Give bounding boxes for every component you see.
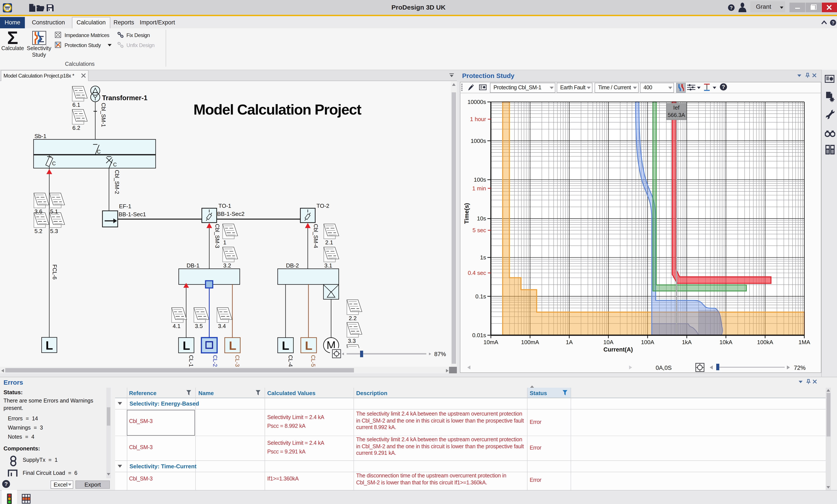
svg-text:3.5: 3.5: [195, 323, 203, 329]
svg-text:5.2: 5.2: [34, 228, 42, 235]
svg-text:EF-1: EF-1: [119, 203, 131, 209]
svg-text:10kA: 10kA: [719, 339, 733, 346]
svg-text:87%: 87%: [434, 351, 446, 357]
svg-text:10mA: 10mA: [483, 339, 498, 346]
svg-text:L: L: [282, 339, 289, 352]
svg-text:10A: 10A: [603, 339, 613, 346]
svg-text:?: ?: [722, 84, 725, 90]
svg-text:C: C: [113, 162, 117, 168]
svg-text:CL-1: CL-1: [188, 355, 194, 367]
svg-text:100s: 100s: [474, 176, 486, 183]
svg-text:1s: 1s: [480, 254, 486, 261]
svg-text:3.2: 3.2: [223, 262, 231, 269]
svg-text:FCL-6: FCL-6: [52, 264, 58, 279]
svg-text:3.1: 3.1: [324, 262, 332, 269]
svg-text:BB-1-Sec1: BB-1-Sec1: [119, 211, 146, 218]
svg-text:0.4 sec: 0.4 sec: [468, 269, 486, 276]
svg-text:L: L: [46, 338, 53, 352]
svg-text:CL-4: CL-4: [287, 355, 293, 367]
svg-text:3.3: 3.3: [348, 338, 356, 344]
svg-text:L: L: [305, 339, 313, 352]
svg-text:?: ?: [832, 20, 835, 25]
svg-text:3.6: 3.6: [34, 208, 42, 215]
svg-text:CL-3: CL-3: [234, 355, 241, 367]
svg-text:Cbl_SM-1: Cbl_SM-1: [101, 103, 107, 127]
svg-text:1 min: 1 min: [472, 185, 486, 192]
svg-text:2.1: 2.1: [325, 239, 333, 246]
svg-text:Cbl_SM-4: Cbl_SM-4: [313, 224, 319, 248]
svg-text:CL-5: CL-5: [310, 355, 316, 367]
svg-text:4.1: 4.1: [173, 323, 180, 329]
svg-text:L: L: [183, 339, 190, 352]
svg-text:Ief: Ief: [673, 104, 680, 111]
svg-text:Cbl_SM-2: Cbl_SM-2: [114, 170, 120, 194]
svg-text:1kA: 1kA: [682, 339, 692, 346]
svg-text:?: ?: [4, 481, 8, 487]
svg-text:Transformer-1: Transformer-1: [102, 94, 147, 102]
svg-text:5 sec: 5 sec: [473, 227, 486, 234]
svg-text:1MA: 1MA: [798, 339, 810, 346]
svg-text:Current(A): Current(A): [604, 346, 633, 353]
svg-text:L: L: [229, 339, 236, 352]
svg-text:DB-1: DB-1: [186, 262, 199, 269]
svg-text:6.2: 6.2: [72, 125, 80, 131]
svg-text:5.3: 5.3: [50, 228, 58, 235]
svg-text:100mA: 100mA: [521, 339, 539, 346]
svg-text:1000s: 1000s: [470, 138, 486, 144]
svg-text:3.4: 3.4: [218, 323, 226, 329]
svg-text:1: 1: [223, 239, 226, 246]
svg-text:C: C: [52, 161, 56, 166]
svg-text:566.3A: 566.3A: [667, 112, 685, 118]
svg-text:Sb-1: Sb-1: [34, 133, 47, 139]
svg-text:Σ: Σ: [39, 34, 44, 44]
svg-text:10000s: 10000s: [467, 99, 486, 105]
svg-text:Time(s): Time(s): [463, 203, 470, 224]
svg-text:0.1s: 0.1s: [475, 293, 486, 300]
svg-text:10s: 10s: [477, 215, 486, 222]
svg-text:TO-1: TO-1: [218, 203, 231, 209]
svg-text:100A: 100A: [641, 339, 654, 346]
svg-text:?: ?: [730, 5, 733, 11]
svg-text:BB-1-Sec2: BB-1-Sec2: [217, 211, 245, 217]
svg-text:Model Calculation Project: Model Calculation Project: [193, 101, 361, 118]
svg-text:100kA: 100kA: [757, 339, 773, 346]
svg-text:C: C: [97, 149, 101, 155]
svg-text:1 hour: 1 hour: [470, 116, 486, 123]
svg-text:2.2: 2.2: [349, 315, 357, 321]
svg-text:5.1: 5.1: [50, 208, 58, 215]
svg-text:DB-2: DB-2: [286, 262, 299, 269]
svg-text:CL-2: CL-2: [212, 355, 218, 367]
svg-text:1A: 1A: [566, 339, 573, 346]
svg-text:6.1: 6.1: [72, 101, 80, 108]
svg-text:TO-2: TO-2: [317, 203, 330, 209]
svg-text:0.01s: 0.01s: [472, 332, 486, 338]
svg-text:Cbl_SM-3: Cbl_SM-3: [214, 224, 220, 248]
